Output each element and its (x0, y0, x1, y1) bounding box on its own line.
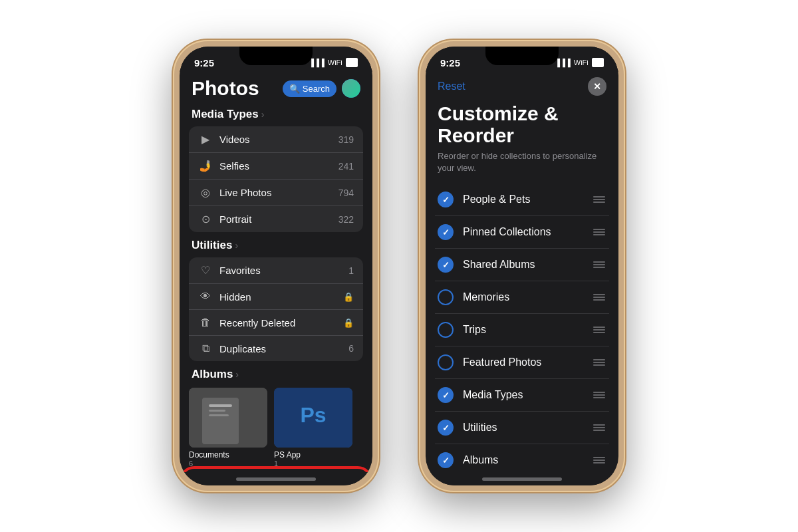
photos-screen-content[interactable]: Photos 🔍 Search Me (180, 72, 372, 472)
hidden-label: Hidden (219, 291, 336, 303)
svg-rect-2 (209, 404, 232, 407)
selfies-label: Selfies (219, 160, 332, 172)
search-icon: 🔍 (289, 84, 300, 94)
videos-count: 319 (338, 134, 354, 145)
notch (239, 47, 313, 65)
utilities-section-header[interactable]: Utilities › (180, 235, 372, 255)
svg-rect-4 (209, 414, 229, 416)
reorder-checkbox-albums[interactable] (438, 452, 454, 468)
media-types-section-header[interactable]: Media Types › (180, 104, 372, 124)
list-item-live-photos[interactable]: ◎ Live Photos 794 (189, 180, 363, 206)
reorder-checkbox-featured-photos[interactable] (438, 354, 454, 370)
portrait-count: 322 (338, 214, 354, 225)
media-types-chevron: › (261, 109, 265, 120)
reorder-list[interactable]: People & PetsPinned CollectionsShared Al… (426, 184, 618, 472)
album-documents-thumbnail (189, 388, 267, 448)
favorites-count: 1 (348, 265, 354, 276)
notch-right (485, 47, 559, 65)
list-item-recently-deleted[interactable]: 🗑 Recently Deleted 🔒 (189, 310, 363, 336)
scene: 9:25 ▐▐▐ WiFi 85 Photos 🔍 Se (0, 0, 798, 532)
live-photos-count: 794 (338, 188, 354, 198)
list-item-hidden[interactable]: 👁 Hidden 🔒 (189, 284, 363, 310)
albums-section-header[interactable]: Albums › (180, 364, 372, 384)
drag-handle-7[interactable] (592, 390, 606, 400)
reorder-checkbox-pinned-collections[interactable] (438, 224, 454, 240)
home-bar-right (482, 477, 562, 481)
album-documents[interactable]: Documents 6 (189, 388, 267, 467)
list-item-duplicates[interactable]: ⧉ Duplicates 6 (189, 336, 363, 361)
reorder-checkbox-shared-albums[interactable] (438, 257, 454, 273)
drag-handle-8[interactable] (592, 423, 606, 432)
customize-top-bar: Reset ✕ (426, 72, 618, 102)
reorder-label-7: Media Types (463, 389, 583, 401)
reorder-checkbox-trips[interactable] (438, 322, 454, 338)
utilities-list: ♡ Favorites 1 👁 Hidden 🔒 🗑 Recently Dele… (189, 257, 363, 361)
media-types-list: ▶ Videos 319 🤳 Selfies 241 ◎ Live Photos (189, 126, 363, 232)
reorder-item[interactable]: Albums (435, 444, 609, 472)
reorder-checkbox-people---pets[interactable] (438, 192, 454, 207)
trash-icon: 🗑 (198, 317, 213, 329)
reorder-item[interactable]: Utilities (435, 412, 609, 444)
customize-title: Customize &Reorder (426, 102, 618, 150)
media-types-label: Media Types (192, 108, 259, 121)
utilities-label: Utilities (192, 239, 232, 252)
reorder-item[interactable]: Media Types (435, 379, 609, 412)
heart-icon: ♡ (198, 264, 213, 277)
reorder-label-4: Memories (463, 291, 583, 303)
status-icons-right: ▐▐▐ WiFi 85 (555, 58, 604, 67)
reorder-item[interactable]: Memories (435, 281, 609, 314)
drag-handle-9[interactable] (592, 456, 606, 465)
battery-badge-right: 85 (592, 58, 604, 67)
list-item-videos[interactable]: ▶ Videos 319 (189, 126, 363, 153)
reorder-label-5: Trips (463, 324, 583, 336)
albums-chevron: › (235, 369, 239, 380)
recently-deleted-label: Recently Deleted (219, 317, 336, 329)
left-phone: 9:25 ▐▐▐ WiFi 85 Photos 🔍 Se (173, 40, 379, 492)
live-photos-label: Live Photos (219, 187, 332, 198)
list-item-selfies[interactable]: 🤳 Selfies 241 (189, 153, 363, 180)
drag-handle-6[interactable] (592, 358, 606, 367)
drag-handle-2[interactable] (592, 227, 606, 237)
svg-text:Ps: Ps (300, 403, 326, 427)
reorder-checkbox-memories[interactable] (438, 289, 454, 305)
search-label: Search (303, 84, 330, 94)
hidden-lock-icon: 🔒 (343, 292, 354, 302)
search-button[interactable]: 🔍 Search (283, 80, 336, 97)
videos-label: Videos (219, 134, 332, 145)
close-button[interactable]: ✕ (588, 77, 606, 96)
reorder-label-2: Pinned Collections (463, 226, 583, 238)
album-ps-count: 1 (274, 460, 352, 467)
selfies-count: 241 (338, 161, 354, 172)
reorder-item[interactable]: Pinned Collections (435, 216, 609, 249)
reorder-label-8: Utilities (463, 422, 583, 434)
reset-button[interactable]: Reset (438, 80, 466, 92)
eye-slash-icon: 👁 (198, 291, 213, 303)
album-ps-thumbnail: Ps (274, 388, 352, 448)
video-icon: ▶ (198, 133, 213, 146)
list-item-favorites[interactable]: ♡ Favorites 1 (189, 257, 363, 284)
customize-subtitle: Reorder or hide collections to personali… (426, 150, 618, 184)
signal-icon: ▐▐▐ (309, 59, 324, 66)
drag-handle-4[interactable] (592, 293, 606, 302)
battery-badge-left: 85 (346, 58, 358, 67)
drag-handle-1[interactable] (592, 195, 606, 204)
header-right: 🔍 Search (283, 79, 360, 98)
live-icon: ◎ (198, 186, 213, 199)
albums-row: Documents 6 Ps PS App 1 (180, 384, 372, 471)
reorder-checkbox-media-types[interactable] (438, 387, 454, 403)
avatar[interactable] (342, 79, 360, 98)
reorder-item[interactable]: Shared Albums (435, 249, 609, 281)
reorder-item[interactable]: People & Pets (435, 184, 609, 216)
home-indicator-right (426, 472, 618, 485)
list-item-portrait[interactable]: ⊙ Portrait 322 (189, 206, 363, 232)
photos-header: Photos 🔍 Search (180, 72, 372, 104)
drag-handle-5[interactable] (592, 325, 606, 334)
drag-handle-3[interactable] (592, 260, 606, 269)
reorder-label-6: Featured Photos (463, 356, 583, 368)
reorder-checkbox-utilities[interactable] (438, 420, 454, 436)
album-ps-app[interactable]: Ps PS App 1 (274, 388, 352, 467)
reorder-item[interactable]: Trips (435, 314, 609, 346)
reorder-item[interactable]: Featured Photos (435, 346, 609, 379)
wifi-icon-right: WiFi (574, 59, 589, 66)
duplicates-label: Duplicates (219, 343, 342, 354)
